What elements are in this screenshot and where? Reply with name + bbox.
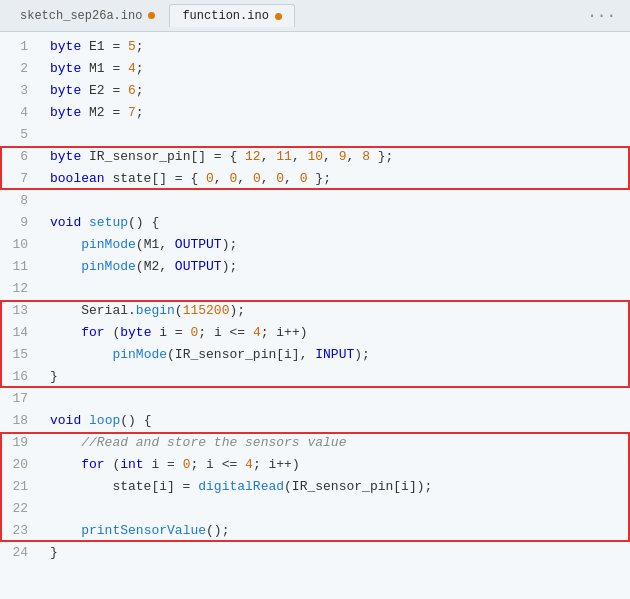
line-number: 21: [0, 476, 42, 498]
line-content: byte IR_sensor_pin[] = { 12, 11, 10, 9, …: [42, 146, 630, 168]
line-number: 4: [0, 102, 42, 124]
table-row: 11 pinMode(M2, OUTPUT);: [0, 256, 630, 278]
line-number: 16: [0, 366, 42, 388]
line-number: 6: [0, 146, 42, 168]
table-row: 18void loop() {: [0, 410, 630, 432]
table-row: 8: [0, 190, 630, 212]
table-row: 14 for (byte i = 0; i <= 4; i++): [0, 322, 630, 344]
line-content: for (int i = 0; i <= 4; i++): [42, 454, 630, 476]
line-content: }: [42, 366, 630, 388]
line-number: 5: [0, 124, 42, 146]
line-number: 13: [0, 300, 42, 322]
line-content: byte M1 = 4;: [42, 58, 630, 80]
line-content: [42, 124, 630, 146]
tab-sketch[interactable]: sketch_sep26a.ino: [8, 5, 167, 27]
line-content: byte M2 = 7;: [42, 102, 630, 124]
line-number: 8: [0, 190, 42, 212]
table-row: 3byte E2 = 6;: [0, 80, 630, 102]
table-row: 22: [0, 498, 630, 520]
table-row: 2byte M1 = 4;: [0, 58, 630, 80]
line-number: 24: [0, 542, 42, 564]
table-row: 19 //Read and store the sensors value: [0, 432, 630, 454]
line-number: 15: [0, 344, 42, 366]
line-number: 18: [0, 410, 42, 432]
line-content: Serial.begin(115200);: [42, 300, 630, 322]
line-content: for (byte i = 0; i <= 4; i++): [42, 322, 630, 344]
code-editor: 1byte E1 = 5;2byte M1 = 4;3byte E2 = 6;4…: [0, 32, 630, 599]
table-row: 20 for (int i = 0; i <= 4; i++): [0, 454, 630, 476]
tab-sketch-label: sketch_sep26a.ino: [20, 9, 142, 23]
table-row: 24}: [0, 542, 630, 564]
line-number: 11: [0, 256, 42, 278]
line-content: byte E1 = 5;: [42, 36, 630, 58]
tab-function-label: function.ino: [182, 9, 268, 23]
table-row: 23 printSensorValue();: [0, 520, 630, 542]
line-content: [42, 388, 630, 410]
tab-function-modified-dot: [275, 13, 282, 20]
table-row: 4byte M2 = 7;: [0, 102, 630, 124]
line-number: 23: [0, 520, 42, 542]
line-number: 14: [0, 322, 42, 344]
line-number: 19: [0, 432, 42, 454]
line-number: 12: [0, 278, 42, 300]
table-row: 12: [0, 278, 630, 300]
table-row: 15 pinMode(IR_sensor_pin[i], INPUT);: [0, 344, 630, 366]
line-number: 9: [0, 212, 42, 234]
line-content: pinMode(IR_sensor_pin[i], INPUT);: [42, 344, 630, 366]
line-content: pinMode(M2, OUTPUT);: [42, 256, 630, 278]
tab-function[interactable]: function.ino: [169, 4, 294, 27]
line-number: 3: [0, 80, 42, 102]
line-content: printSensorValue();: [42, 520, 630, 542]
tab-bar: sketch_sep26a.ino function.ino ···: [0, 0, 630, 32]
line-number: 22: [0, 498, 42, 520]
tab-more-button[interactable]: ···: [581, 7, 622, 25]
table-row: 17: [0, 388, 630, 410]
line-number: 7: [0, 168, 42, 190]
line-number: 1: [0, 36, 42, 58]
line-content: }: [42, 542, 630, 564]
line-content: //Read and store the sensors value: [42, 432, 630, 454]
line-number: 20: [0, 454, 42, 476]
line-content: [42, 190, 630, 212]
table-row: 21 state[i] = digitalRead(IR_sensor_pin[…: [0, 476, 630, 498]
line-content: void setup() {: [42, 212, 630, 234]
line-content: state[i] = digitalRead(IR_sensor_pin[i])…: [42, 476, 630, 498]
table-row: 5: [0, 124, 630, 146]
line-content: pinMode(M1, OUTPUT);: [42, 234, 630, 256]
line-content: [42, 278, 630, 300]
line-content: boolean state[] = { 0, 0, 0, 0, 0 };: [42, 168, 630, 190]
highlight-block: 19 //Read and store the sensors value20 …: [0, 432, 630, 542]
tab-sketch-modified-dot: [148, 12, 155, 19]
line-content: byte E2 = 6;: [42, 80, 630, 102]
highlight-block: 13 Serial.begin(115200);14 for (byte i =…: [0, 300, 630, 388]
line-number: 2: [0, 58, 42, 80]
table-row: 6byte IR_sensor_pin[] = { 12, 11, 10, 9,…: [0, 146, 630, 168]
table-row: 1byte E1 = 5;: [0, 36, 630, 58]
table-row: 10 pinMode(M1, OUTPUT);: [0, 234, 630, 256]
table-row: 13 Serial.begin(115200);: [0, 300, 630, 322]
line-number: 17: [0, 388, 42, 410]
line-content: void loop() {: [42, 410, 630, 432]
table-row: 16}: [0, 366, 630, 388]
highlight-block: 6byte IR_sensor_pin[] = { 12, 11, 10, 9,…: [0, 146, 630, 190]
line-content: [42, 498, 630, 520]
table-row: 9void setup() {: [0, 212, 630, 234]
line-number: 10: [0, 234, 42, 256]
table-row: 7boolean state[] = { 0, 0, 0, 0, 0 };: [0, 168, 630, 190]
